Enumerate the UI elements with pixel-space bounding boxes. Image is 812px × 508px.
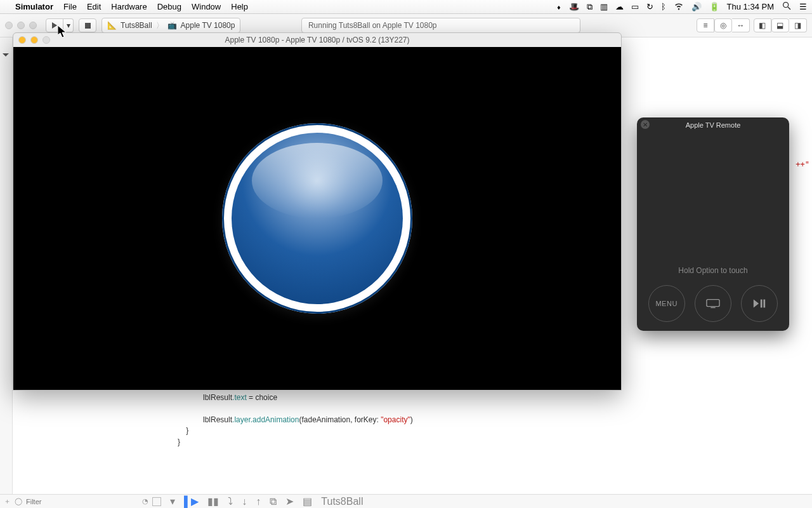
svg-line-1 xyxy=(788,7,790,10)
activity-status: Running Tuts8Ball on Apple TV 1080p xyxy=(301,18,580,33)
magic-8-ball xyxy=(222,123,412,314)
panel-right-button[interactable]: ◨ xyxy=(789,18,807,32)
simulator-traffic-lights[interactable] xyxy=(18,36,50,44)
filter-input[interactable] xyxy=(26,498,138,505)
step-out-icon[interactable]: ↑ xyxy=(256,496,261,507)
apple-tv-remote-panel[interactable]: ✕ Apple TV Remote Hold Option to touch M… xyxy=(637,117,789,331)
navigator-filter-bar: ＋ ◯ ◔ xyxy=(0,494,165,508)
spotlight-icon[interactable] xyxy=(782,1,792,13)
stop-button[interactable] xyxy=(79,18,96,32)
view-debug-icon[interactable]: ⧉ xyxy=(270,496,277,507)
volume-icon[interactable]: 🔊 xyxy=(691,2,702,11)
notification-center-icon[interactable]: ☰ xyxy=(799,2,807,11)
editor-standard-button[interactable]: ≡ xyxy=(697,18,714,32)
menu-edit[interactable]: Edit xyxy=(87,2,101,11)
menu-debug[interactable]: Debug xyxy=(157,2,181,11)
hide-debug-icon[interactable]: ▾ xyxy=(170,495,175,507)
close-icon[interactable]: ✕ xyxy=(641,120,650,129)
panel-bottom-button[interactable]: ⬓ xyxy=(771,18,789,32)
scheme-device: Apple TV 1080p xyxy=(181,21,235,30)
timemachine-icon[interactable]: ↻ xyxy=(646,2,653,11)
debug-bar: ▾ ▌▶ ▮▮ ⤵ ↓ ↑ ⧉ ➤ ▤ Tuts8Ball xyxy=(165,494,812,508)
dropbox-icon[interactable]: ⬧ xyxy=(556,2,561,11)
scm-filter-icon[interactable] xyxy=(152,497,161,506)
location-icon[interactable]: ➤ xyxy=(285,495,294,507)
xcode-traffic-lights[interactable] xyxy=(5,22,37,29)
svg-rect-2 xyxy=(85,23,91,29)
device-icon: 📺 xyxy=(167,21,177,30)
scheme-selector[interactable]: 📐 Tuts8Ball 〉 📺 Apple TV 1080p xyxy=(102,18,240,33)
step-into-icon[interactable]: ↓ xyxy=(242,496,247,507)
editor-version-button[interactable]: ↔ xyxy=(732,18,750,32)
ball-glass xyxy=(232,133,403,304)
app-menu[interactable]: Simulator xyxy=(15,2,53,11)
simulator-window[interactable]: Apple TV 1080p - Apple TV 1080p / tvOS 9… xyxy=(13,32,622,391)
battery-aux-icon[interactable]: ▭ xyxy=(631,2,639,11)
remote-hint: Hold Option to touch xyxy=(637,266,789,280)
menu-hardware[interactable]: Hardware xyxy=(111,2,147,11)
project-icon: 📐 xyxy=(107,21,117,30)
error-indicator[interactable]: ++" xyxy=(796,160,809,169)
remote-play-pause-button[interactable] xyxy=(741,285,778,322)
remote-touch-surface[interactable] xyxy=(637,133,789,266)
svg-rect-3 xyxy=(707,300,719,307)
screencapture-icon[interactable]: ⧉ xyxy=(587,2,593,12)
display-icon[interactable]: ▥ xyxy=(600,2,608,11)
filter-scope-icon[interactable]: ◯ xyxy=(15,497,22,505)
simulator-screen[interactable] xyxy=(13,47,621,390)
run-menu-button[interactable]: ▾ xyxy=(63,18,74,32)
disclosure-triangle-icon[interactable] xyxy=(3,53,9,57)
scheme-project: Tuts8Ball xyxy=(121,21,152,30)
menu-window[interactable]: Window xyxy=(192,2,221,11)
bluetooth-icon[interactable]: ᛒ xyxy=(661,2,666,11)
wifi-icon[interactable] xyxy=(674,1,684,13)
breakpoints-icon[interactable]: ▌▶ xyxy=(184,495,199,507)
add-button[interactable]: ＋ xyxy=(4,497,11,506)
remote-tv-button[interactable] xyxy=(695,285,731,322)
code-editor[interactable]: lblResult.text = choice lblResult.layer.… xyxy=(165,390,812,494)
clock-filter-icon[interactable]: ◔ xyxy=(142,497,148,505)
svg-rect-6 xyxy=(764,300,766,308)
process-icon[interactable]: ▤ xyxy=(303,495,312,507)
svg-rect-5 xyxy=(761,300,763,308)
menu-help[interactable]: Help xyxy=(231,2,248,11)
clock[interactable]: Thu 1:34 PM xyxy=(727,2,774,11)
macos-menubar: Simulator File Edit Hardware Debug Windo… xyxy=(0,0,812,14)
pause-icon[interactable]: ▮▮ xyxy=(207,495,219,507)
editor-assistant-button[interactable]: ◎ xyxy=(714,18,732,32)
simulator-titlebar[interactable]: Apple TV 1080p - Apple TV 1080p / tvOS 9… xyxy=(13,33,621,47)
debug-target: Tuts8Ball xyxy=(321,496,363,507)
hat-icon[interactable]: 🎩 xyxy=(569,2,579,11)
remote-menu-button[interactable]: MENU xyxy=(648,285,685,322)
remote-title: Apple TV Remote xyxy=(686,121,741,129)
svg-point-0 xyxy=(783,3,789,8)
step-over-icon[interactable]: ⤵ xyxy=(228,496,233,507)
battery-icon[interactable]: 🔋 xyxy=(709,2,719,11)
simulator-title: Apple TV 1080p - Apple TV 1080p / tvOS 9… xyxy=(225,36,409,44)
run-button[interactable] xyxy=(46,18,63,32)
panel-left-button[interactable]: ◧ xyxy=(754,18,771,32)
navigator-gutter xyxy=(0,37,13,508)
menu-file[interactable]: File xyxy=(63,2,77,11)
cloud-icon[interactable]: ☁ xyxy=(615,2,624,11)
